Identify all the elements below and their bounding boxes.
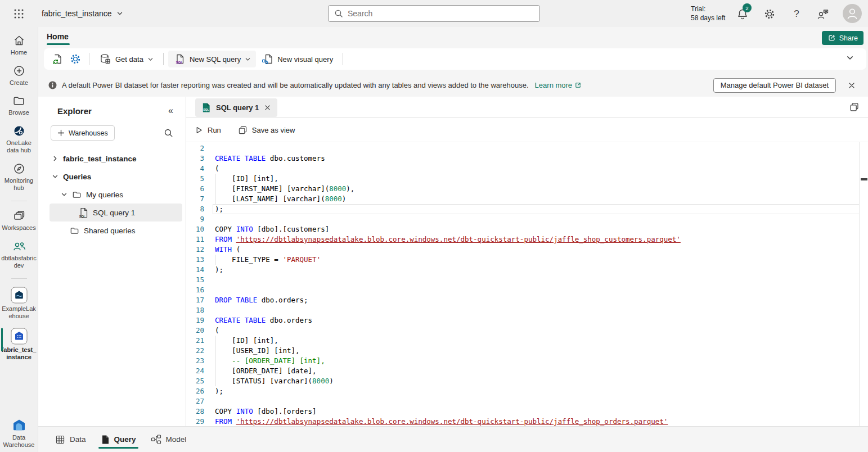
code-line-16[interactable]: 16 bbox=[186, 285, 859, 295]
close-tab-icon[interactable] bbox=[264, 104, 271, 111]
line-content: ( bbox=[213, 164, 859, 174]
code-line-7[interactable]: 7 [LAST_NAME] [varchar](8000) bbox=[186, 194, 859, 204]
line-number: 4 bbox=[186, 164, 204, 174]
explorer-search-icon[interactable] bbox=[164, 128, 173, 138]
view-tab-query[interactable]: Query bbox=[101, 427, 136, 452]
info-icon bbox=[48, 81, 57, 89]
code-line-13[interactable]: 13 FILE_TYPE = 'PARQUET' bbox=[186, 255, 859, 265]
add-warehouses-button[interactable]: Warehouses bbox=[51, 125, 115, 141]
settings-button[interactable] bbox=[762, 7, 777, 21]
line-content bbox=[213, 143, 859, 153]
view-tab-model[interactable]: Model bbox=[151, 427, 187, 452]
rail-item-label: fabric_test_instance bbox=[1, 346, 37, 361]
save-as-view-button[interactable]: Save as view bbox=[238, 125, 295, 135]
help-button[interactable]: ? bbox=[789, 7, 804, 21]
tree-item-fabric-test-instance[interactable]: fabric_test_instance bbox=[38, 150, 186, 168]
avatar[interactable] bbox=[843, 4, 862, 23]
rail-item-examplelakehouse[interactable]: ExampleLakehouse bbox=[0, 287, 38, 320]
tree-item-shared-queries[interactable]: Shared queries bbox=[38, 222, 186, 239]
code-line-29[interactable]: 29FROM 'https://dbtlabsynapsedatalake.bl… bbox=[186, 417, 859, 426]
collapse-ribbon-button[interactable] bbox=[846, 54, 854, 64]
code-line-17[interactable]: 17DROP TABLE dbo.orders; bbox=[186, 295, 859, 305]
play-icon bbox=[195, 126, 203, 134]
tree-item-queries[interactable]: Queries bbox=[38, 168, 186, 186]
code-line-22[interactable]: 22 [USER_ID] [int], bbox=[186, 346, 859, 356]
editor-tabstrip: SQL SQL query 1 bbox=[186, 97, 868, 118]
global-search[interactable] bbox=[328, 5, 540, 22]
refresh-document-button[interactable] bbox=[48, 51, 66, 67]
code-line-14[interactable]: 14); bbox=[186, 265, 859, 275]
code-line-3[interactable]: 3CREATE TABLE dbo.customers bbox=[186, 153, 859, 164]
new-visual-query-button[interactable]: New visual query bbox=[256, 51, 338, 67]
code-line-11[interactable]: 11FROM 'https://dbtlabsynapsedatalake.bl… bbox=[186, 234, 859, 245]
code-line-2[interactable]: 2 bbox=[186, 143, 859, 153]
tab-home[interactable]: Home bbox=[47, 32, 69, 41]
tree-item-sql-query-1[interactable]: SQLSQL query 1 bbox=[50, 204, 182, 222]
rail-item-workspaces[interactable]: Workspaces bbox=[0, 209, 38, 232]
search-input[interactable] bbox=[348, 9, 534, 18]
learn-more-link[interactable]: Learn more bbox=[535, 81, 582, 89]
tree-item-my-queries[interactable]: My queries bbox=[38, 186, 186, 204]
collapse-panel-icon[interactable]: « bbox=[168, 106, 173, 116]
rail-item-monitoring-hub[interactable]: Monitoring hub bbox=[0, 162, 38, 192]
code-line-15[interactable]: 15 bbox=[186, 275, 859, 285]
manage-default-dataset-button[interactable]: Manage default Power BI dataset bbox=[713, 78, 836, 93]
run-button[interactable]: Run bbox=[195, 126, 221, 134]
code-line-26[interactable]: 26); bbox=[186, 386, 859, 396]
line-content: [ORDER_DATE] [date], bbox=[213, 366, 859, 376]
code-line-9[interactable]: 9 bbox=[186, 214, 859, 224]
editor-overview-ruler[interactable] bbox=[859, 142, 868, 426]
chevron-down-icon[interactable] bbox=[52, 173, 59, 180]
line-content: WITH ( bbox=[213, 245, 859, 255]
app-launcher-icon[interactable] bbox=[9, 4, 28, 23]
code-line-4[interactable]: 4( bbox=[186, 164, 859, 174]
tree-item-label: fabric_test_instance bbox=[63, 155, 137, 163]
code-line-21[interactable]: 21 [ID] [int], bbox=[186, 336, 859, 346]
code-line-28[interactable]: 28COPY INTO [dbo].[orders] bbox=[186, 406, 859, 417]
code-line-19[interactable]: 19CREATE TABLE dbo.orders bbox=[186, 315, 859, 326]
rail-item-data-warehouse[interactable]: Data Warehouse bbox=[0, 418, 38, 449]
rail-item-browse[interactable]: Browse bbox=[0, 94, 38, 116]
rail-item-label: Browse bbox=[8, 109, 29, 116]
visual-query-icon bbox=[261, 53, 273, 65]
sql-doc-gray-icon: SQL bbox=[79, 207, 88, 218]
rail-item-dbtlabsfabricdev[interactable]: dbtlabsfabricdev bbox=[0, 239, 38, 269]
code-line-20[interactable]: 20( bbox=[186, 326, 859, 336]
chevron-down-icon[interactable] bbox=[61, 191, 68, 198]
explorer-title: Explorer bbox=[57, 106, 92, 116]
code-line-27[interactable]: 27 bbox=[186, 396, 859, 406]
code-line-24[interactable]: 24 [ORDER_DATE] [date], bbox=[186, 366, 859, 376]
code-line-10[interactable]: 10COPY INTO [dbo].[customers] bbox=[186, 224, 859, 234]
code-line-12[interactable]: 12WITH ( bbox=[186, 245, 859, 255]
workspace-switcher[interactable]: fabric_test_instance bbox=[42, 9, 123, 18]
chevron-right-icon[interactable] bbox=[52, 155, 59, 162]
code-line-6[interactable]: 6 [FIRST_NAME] [varchar](8000), bbox=[186, 184, 859, 194]
get-data-button[interactable]: Get data bbox=[94, 51, 159, 67]
rail-item-onelake-data-hub[interactable]: OneLake data hub bbox=[0, 124, 38, 154]
warehouse-settings-button[interactable] bbox=[66, 51, 84, 67]
banner-text: A default Power BI dataset for faster re… bbox=[62, 81, 529, 89]
share-button[interactable]: Share bbox=[822, 31, 863, 45]
banner-close-icon[interactable] bbox=[845, 79, 858, 92]
code-line-25[interactable]: 25 [STATUS] [varchar](8000) bbox=[186, 376, 859, 386]
line-number: 3 bbox=[186, 153, 204, 164]
feedback-button[interactable] bbox=[816, 7, 830, 21]
code-line-23[interactable]: 23 -- [ORDER_DATE] [int], bbox=[186, 356, 859, 366]
rail-item-label: Data Warehouse bbox=[1, 434, 37, 449]
new-sql-query-button[interactable]: SQL New SQL query bbox=[168, 51, 256, 67]
query-tab[interactable]: SQL SQL query 1 bbox=[195, 98, 277, 117]
svg-text:SQL: SQL bbox=[79, 215, 86, 218]
code-line-8[interactable]: 8); bbox=[186, 204, 859, 214]
code-line-5[interactable]: 5 [ID] [int], bbox=[186, 174, 859, 184]
rail-item-home[interactable]: Home bbox=[0, 34, 38, 56]
line-number: 29 bbox=[186, 417, 204, 426]
copy-icon[interactable] bbox=[849, 102, 860, 112]
table-grid-icon bbox=[55, 435, 65, 445]
line-number: 28 bbox=[186, 406, 204, 417]
sql-code-area[interactable]: 23CREATE TABLE dbo.customers4(5 [ID] [in… bbox=[186, 142, 859, 426]
view-tab-data[interactable]: Data bbox=[55, 427, 86, 452]
rail-item-create[interactable]: Create bbox=[0, 64, 38, 87]
rail-item-fabric-test-instance[interactable]: fabric_test_instance bbox=[0, 328, 38, 361]
code-line-18[interactable]: 18 bbox=[186, 305, 859, 315]
query-tab-title: SQL query 1 bbox=[216, 103, 259, 112]
